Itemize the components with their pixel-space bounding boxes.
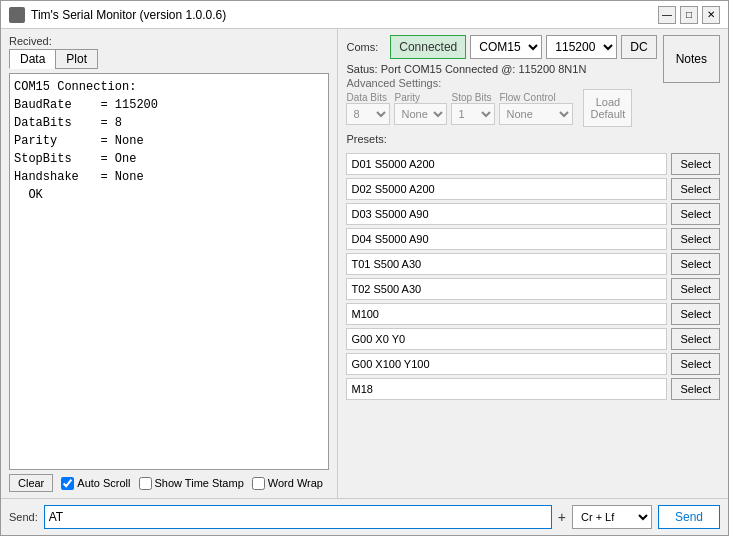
show-timestamp-checkbox[interactable] — [139, 477, 152, 490]
parity-col: Parity None Even Odd — [394, 92, 447, 125]
coms-row: Connected COM15 115200 9600 57600 DC — [390, 35, 656, 59]
preset-input-2[interactable] — [346, 203, 667, 225]
port-select[interactable]: COM15 — [470, 35, 542, 59]
right-panel: Coms: Connected COM15 115200 9600 57600 — [338, 29, 728, 498]
coms-notes-row: Coms: Connected COM15 115200 9600 57600 — [346, 35, 720, 127]
window-title: Tim's Serial Monitor (version 1.0.0.6) — [31, 8, 226, 22]
preset-row: Select — [346, 328, 720, 350]
stop-bits-select[interactable]: 1 2 — [451, 103, 495, 125]
stop-bits-col: Stop Bits 1 2 — [451, 92, 495, 125]
presets-list: SelectSelectSelectSelectSelectSelectSele… — [346, 153, 720, 492]
coms-label: Coms: — [346, 41, 378, 53]
send-input-row: + NoneCrLfCr + Lf Send — [44, 505, 720, 529]
terminal-area: COM15 Connection: BaudRate = 115200 Data… — [9, 73, 329, 470]
flow-control-col: Flow Control None Hardware XOn/XOff — [499, 92, 573, 125]
title-bar: Tim's Serial Monitor (version 1.0.0.6) —… — [1, 1, 728, 29]
word-wrap-label[interactable]: Word Wrap — [252, 477, 323, 490]
preset-input-1[interactable] — [346, 178, 667, 200]
preset-input-8[interactable] — [346, 353, 667, 375]
stop-bits-label: Stop Bits — [451, 92, 491, 103]
tab-bar: Data Plot — [9, 49, 329, 69]
preset-select-button-8[interactable]: Select — [671, 353, 720, 375]
preset-row: Select — [346, 353, 720, 375]
left-panel: Recived: Data Plot COM15 Connection: Bau… — [1, 29, 338, 498]
main-content: Recived: Data Plot COM15 Connection: Bau… — [1, 29, 728, 498]
preset-row: Select — [346, 253, 720, 275]
auto-scroll-label[interactable]: Auto Scroll — [61, 477, 130, 490]
preset-select-button-1[interactable]: Select — [671, 178, 720, 200]
bottom-controls: Clear Auto Scroll Show Time Stamp Word W… — [9, 474, 329, 492]
auto-scroll-checkbox[interactable] — [61, 477, 74, 490]
close-button[interactable]: ✕ — [702, 6, 720, 24]
preset-select-button-2[interactable]: Select — [671, 203, 720, 225]
parity-select[interactable]: None Even Odd — [394, 103, 447, 125]
preset-select-button-5[interactable]: Select — [671, 278, 720, 300]
minimize-button[interactable]: — — [658, 6, 676, 24]
app-icon — [9, 7, 25, 23]
dc-button[interactable]: DC — [621, 35, 656, 59]
terminal-text: COM15 Connection: BaudRate = 115200 Data… — [14, 78, 324, 204]
status-label: Satus: — [346, 63, 377, 75]
connected-badge: Connected — [390, 35, 466, 59]
tab-data[interactable]: Data — [9, 49, 55, 69]
coms-main: Coms: Connected COM15 115200 9600 57600 — [346, 35, 656, 127]
preset-select-button-0[interactable]: Select — [671, 153, 720, 175]
send-input[interactable] — [44, 505, 552, 529]
flow-control-label: Flow Control — [499, 92, 555, 103]
advanced-row: Data Bits 8 7 Parity None Even Odd — [346, 89, 656, 127]
preset-row: Select — [346, 178, 720, 200]
send-button[interactable]: Send — [658, 505, 720, 529]
status-text: Port COM15 Connected @: 115200 8N1N — [381, 63, 587, 75]
preset-input-9[interactable] — [346, 378, 667, 400]
preset-input-0[interactable] — [346, 153, 667, 175]
send-label: Send: — [9, 511, 38, 523]
preset-row: Select — [346, 378, 720, 400]
received-label: Recived: — [9, 35, 329, 47]
word-wrap-checkbox[interactable] — [252, 477, 265, 490]
notes-button[interactable]: Notes — [663, 35, 720, 83]
presets-label: Presets: — [346, 133, 720, 145]
load-default-button[interactable]: Load Default — [583, 89, 632, 127]
load-default-label: Load Default — [590, 96, 625, 120]
main-window: Tim's Serial Monitor (version 1.0.0.6) —… — [0, 0, 729, 536]
clear-button[interactable]: Clear — [9, 474, 53, 492]
title-bar-left: Tim's Serial Monitor (version 1.0.0.6) — [9, 7, 226, 23]
title-bar-controls: — □ ✕ — [658, 6, 720, 24]
data-bits-label: Data Bits — [346, 92, 387, 103]
tab-plot[interactable]: Plot — [55, 49, 98, 69]
line-ending-select[interactable]: NoneCrLfCr + Lf — [572, 505, 652, 529]
data-bits-select[interactable]: 8 7 — [346, 103, 390, 125]
preset-select-button-4[interactable]: Select — [671, 253, 720, 275]
preset-select-button-7[interactable]: Select — [671, 328, 720, 350]
status-row: Satus: Port COM15 Connected @: 115200 8N… — [346, 63, 656, 75]
plus-icon: + — [558, 509, 566, 525]
preset-input-7[interactable] — [346, 328, 667, 350]
preset-row: Select — [346, 278, 720, 300]
preset-input-3[interactable] — [346, 228, 667, 250]
preset-row: Select — [346, 228, 720, 250]
advanced-label: Advanced Settings: — [346, 77, 656, 89]
preset-row: Select — [346, 203, 720, 225]
data-bits-col: Data Bits 8 7 — [346, 92, 390, 125]
preset-input-4[interactable] — [346, 253, 667, 275]
parity-label: Parity — [394, 92, 420, 103]
preset-row: Select — [346, 303, 720, 325]
flow-control-select[interactable]: None Hardware XOn/XOff — [499, 103, 573, 125]
preset-row: Select — [346, 153, 720, 175]
baud-select[interactable]: 115200 9600 57600 — [546, 35, 617, 59]
show-timestamp-label[interactable]: Show Time Stamp — [139, 477, 244, 490]
preset-select-button-6[interactable]: Select — [671, 303, 720, 325]
send-area: Send: + NoneCrLfCr + Lf Send — [1, 498, 728, 535]
preset-input-6[interactable] — [346, 303, 667, 325]
preset-select-button-9[interactable]: Select — [671, 378, 720, 400]
preset-input-5[interactable] — [346, 278, 667, 300]
maximize-button[interactable]: □ — [680, 6, 698, 24]
preset-select-button-3[interactable]: Select — [671, 228, 720, 250]
